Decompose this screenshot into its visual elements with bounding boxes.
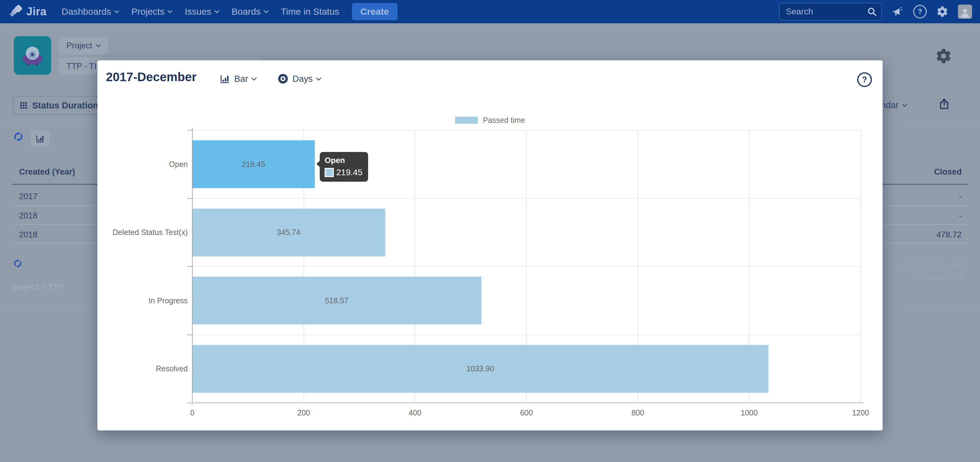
create-button[interactable]: Create [352, 3, 398, 20]
tab-status-duration-label: Status Duration [32, 100, 98, 111]
chevron-down-icon [96, 42, 101, 48]
chevron-down-icon [167, 8, 173, 13]
nav-item-projects[interactable]: Projects [125, 6, 178, 17]
category-boundary-gridline [192, 198, 861, 199]
table-header-created-year[interactable]: Created (Year) [19, 167, 75, 177]
y-axis-tick [188, 266, 192, 267]
x-axis-tick-label: 0 [171, 408, 214, 417]
search-icon[interactable] [867, 6, 877, 17]
table-header-closed[interactable]: Closed [934, 167, 962, 177]
project-key-label: TTP - TIS [67, 62, 102, 71]
help-icon[interactable]: ? [913, 5, 927, 18]
table-row-year: 2018 [19, 230, 37, 240]
category-label: Resolved [91, 335, 188, 403]
chart-type-dropdown[interactable]: Bar [219, 73, 256, 84]
refresh-icon[interactable] [13, 131, 24, 143]
calendar-dropdown[interactable]: ndar [881, 100, 907, 110]
time-unit-dropdown[interactable]: Days [277, 73, 321, 84]
nav-item-dashboards[interactable]: Dashboards [55, 6, 125, 17]
search-box [779, 3, 882, 21]
nav-item-label: Boards [232, 6, 261, 17]
refresh-icon[interactable] [13, 258, 23, 269]
chevron-down-icon [251, 75, 257, 81]
bar-chart-icon [35, 134, 45, 143]
x-axis-tick-label: 400 [393, 408, 436, 417]
export-share-icon[interactable] [938, 98, 950, 110]
x-axis-line [189, 402, 864, 403]
chevron-down-icon [902, 102, 907, 107]
table-row-year: 2017 [19, 192, 37, 201]
modal-help-icon[interactable]: ? [857, 72, 872, 87]
chevron-down-icon [114, 8, 119, 13]
user-avatar[interactable] [958, 5, 972, 19]
nav-item-issues[interactable]: Issues [178, 6, 225, 17]
x-axis-tick-label: 800 [616, 408, 659, 417]
legend-label: Passed time [483, 116, 525, 125]
project-dropdown[interactable]: Project [59, 37, 108, 54]
nav-item-label: Dashboards [62, 6, 111, 17]
tooltip-value: 219.45 [336, 167, 363, 177]
unit-target-icon [277, 73, 288, 84]
legend-swatch [455, 117, 478, 124]
nav-item-time-in-status[interactable]: Time in Status [274, 6, 346, 17]
x-axis-tick-label: 1200 [839, 408, 882, 417]
category-label: Open [91, 130, 188, 199]
nav-item-label: Projects [131, 6, 164, 17]
category-boundary-gridline [192, 130, 861, 131]
bar-value-label: 345.74 [192, 209, 385, 256]
bar-value-label: 518.57 [192, 277, 481, 325]
chart-view-button[interactable] [30, 131, 49, 147]
table-row-closed: 478.72 [870, 230, 962, 240]
nav-item-boards[interactable]: Boards [225, 6, 274, 17]
category-label: Deleted Status Test(x) [91, 199, 188, 267]
table-row-year: 2018 [19, 211, 37, 221]
bar-chart-plot-area: Open 219.45 020040060080010001200219.45O… [192, 130, 861, 403]
tooltip-title: Open [325, 156, 363, 165]
search-input[interactable] [785, 6, 867, 17]
nav-item-label: Time in Status [281, 6, 339, 17]
gadget-settings-gear-icon[interactable] [935, 48, 952, 65]
nav-item-label: Issues [185, 6, 211, 17]
category-label: In Progress [91, 266, 188, 335]
nav-menu: Dashboards Projects Issues Boards Time i… [55, 6, 346, 17]
brand-name: Jira [26, 5, 46, 18]
status-duration-report-modal: 2017-December Bar Days ? Passed time Ope… [97, 61, 883, 430]
category-boundary-gridline [192, 266, 861, 267]
x-axis-tick-label: 600 [505, 408, 548, 417]
jira-logo[interactable]: Jira [9, 5, 46, 19]
chevron-down-icon [263, 8, 269, 13]
top-navigation-bar: Jira Dashboards Projects Issues Boards T… [0, 0, 980, 23]
jql-filter-text: project = TTP [13, 282, 64, 292]
project-avatar[interactable] [14, 36, 51, 75]
announcements-megaphone-icon[interactable] [891, 5, 904, 18]
settings-gear-icon[interactable] [936, 5, 949, 18]
bar-value-label: 219.45 [192, 140, 315, 188]
grid-icon [19, 101, 28, 110]
bar-value-label: 1033.90 [192, 345, 768, 393]
y-axis-tick [188, 335, 192, 335]
y-axis-tick [188, 198, 192, 199]
project-dropdown-label: Project [67, 41, 92, 51]
table-row-closed: - [870, 192, 962, 201]
chart-tooltip: Open 219.45 [320, 152, 368, 182]
tooltip-series-swatch [325, 168, 334, 177]
y-axis-tick [188, 130, 192, 131]
calendar-dropdown-label: ndar [881, 100, 899, 110]
ufo-project-icon [18, 41, 46, 70]
modal-title: 2017-December [106, 70, 197, 84]
chevron-down-icon [316, 75, 321, 81]
chevron-down-icon [214, 8, 219, 13]
x-axis-tick-label: 1000 [728, 408, 770, 417]
chart-type-label: Bar [234, 74, 248, 84]
bar-chart-icon [219, 73, 230, 84]
table-row-closed: - [870, 211, 962, 221]
time-unit-label: Days [293, 74, 313, 84]
category-boundary-gridline [192, 335, 861, 335]
jira-logo-icon [9, 5, 23, 19]
x-axis-tick-label: 200 [282, 408, 325, 417]
legend-passed-time[interactable]: Passed time [97, 116, 883, 125]
